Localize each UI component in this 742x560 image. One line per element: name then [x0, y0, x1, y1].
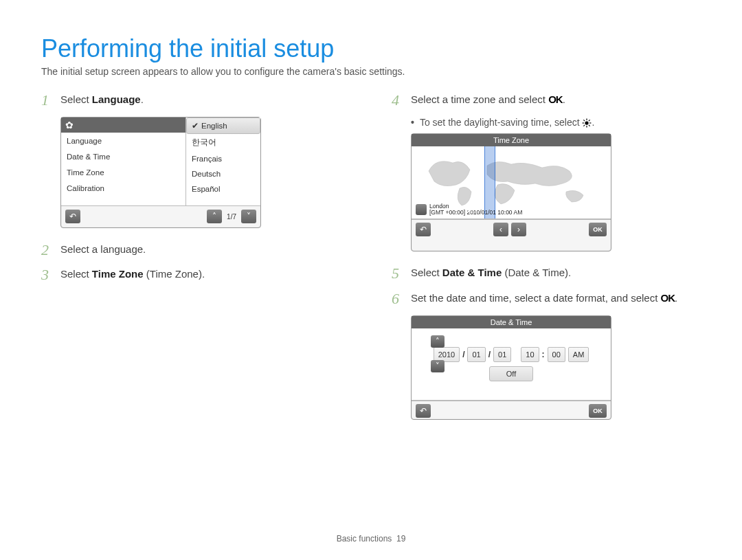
timezone-header: Time Zone [412, 134, 611, 146]
svg-line-8 [589, 120, 590, 122]
date-format-button[interactable]: Off [489, 366, 533, 381]
page-up-button[interactable]: ˄ [207, 210, 222, 223]
dst-button[interactable] [416, 204, 427, 215]
spin-down-button[interactable]: ˅ [431, 360, 445, 372]
prev-button[interactable]: ‹ [493, 223, 508, 236]
step-4-text: Select a time zone and select OK. [411, 92, 565, 108]
step-5-text: Select Date & Time (Date & Time). [411, 265, 571, 281]
page-title: Performing the initial setup [41, 34, 701, 63]
svg-line-17 [471, 209, 471, 210]
intro-text: The initial setup screen appears to allo… [41, 66, 701, 77]
ok-button[interactable]: OK [589, 223, 607, 236]
ok-glyph: OK [548, 93, 563, 105]
pager-text: 1/7 [225, 213, 238, 221]
step-number-4: 4 [392, 92, 404, 109]
step-number-6: 6 [392, 291, 404, 307]
datetime-row: 2010 / 01 / 01 10 : 00 AM [434, 347, 589, 362]
language-option-selected[interactable]: ✔English [186, 117, 260, 134]
step-number-2: 2 [41, 242, 54, 258]
svg-line-5 [584, 120, 585, 122]
language-option[interactable]: 한국어 [186, 134, 260, 151]
day-field[interactable]: 01 [493, 347, 511, 362]
step-4-sub: • To set the daylight-saving time, selec… [411, 117, 701, 128]
check-icon: ✔ [192, 121, 199, 131]
minute-field[interactable]: 00 [548, 347, 565, 362]
step-6-text: Set the date and time, select a date for… [411, 291, 677, 306]
hour-field[interactable]: 10 [521, 347, 539, 362]
language-screen: ✿ Language Date & Time Time Zone Calibra… [60, 117, 261, 228]
page-footer: Basic functions 19 [0, 534, 742, 544]
datetime-header: Date & Time [412, 316, 611, 328]
menu-item[interactable]: Time Zone [61, 164, 186, 180]
svg-line-14 [467, 209, 468, 210]
next-button[interactable]: › [511, 223, 526, 236]
svg-line-6 [589, 125, 590, 126]
ok-glyph: OK [661, 292, 675, 304]
language-option[interactable]: Français [186, 151, 260, 166]
step-number-3: 3 [41, 267, 54, 283]
page-down-button[interactable]: ˅ [241, 210, 256, 223]
datetime-screen: Date & Time ˄ ˅ 2010 / 01 / 01 10 : [411, 315, 611, 420]
step-1-text: Select Language. [60, 92, 144, 108]
back-button[interactable]: ↶ [65, 210, 80, 223]
timezone-screen: Time Zone [411, 133, 611, 251]
sun-icon [582, 118, 592, 128]
back-button[interactable]: ↶ [416, 223, 431, 236]
timezone-gmt: [GMT +00:00] 2010/01/01 10:00 AM [429, 210, 522, 216]
month-field[interactable]: 01 [467, 347, 485, 362]
svg-line-16 [467, 212, 468, 213]
ampm-field[interactable]: AM [568, 347, 589, 362]
svg-line-15 [471, 212, 471, 213]
step-2-text: Select a language. [60, 242, 146, 258]
world-map[interactable]: London [GMT +00:00] 2010/01/01 10:00 AM [412, 146, 611, 219]
language-option[interactable]: Deutsch [186, 166, 260, 181]
svg-line-7 [584, 125, 585, 126]
language-option[interactable]: Español [186, 181, 260, 197]
menu-item[interactable]: Date & Time [61, 148, 186, 164]
back-button[interactable]: ↶ [416, 404, 431, 418]
menu-item[interactable]: Language [61, 133, 186, 148]
step-3-text: Select Time Zone (Time Zone). [60, 267, 205, 282]
svg-point-0 [585, 122, 589, 125]
spin-up-button[interactable]: ˄ [431, 335, 445, 348]
svg-point-9 [468, 210, 470, 212]
step-number-5: 5 [392, 265, 404, 282]
step-number-1: 1 [41, 92, 54, 109]
menu-item[interactable]: Calibration [61, 180, 186, 196]
gear-icon: ✿ [65, 120, 74, 131]
ok-button[interactable]: OK [589, 404, 607, 418]
